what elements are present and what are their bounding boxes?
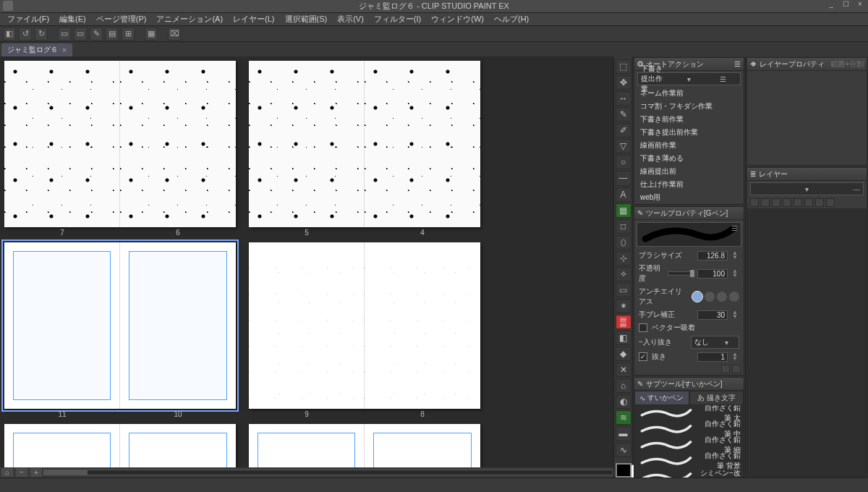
- layer-icon[interactable]: [761, 198, 770, 207]
- tool-strip-button[interactable]: ○: [616, 155, 631, 169]
- panel-icon[interactable]: [721, 365, 730, 373]
- brush-size-value[interactable]: 126.8: [697, 251, 728, 260]
- layer-icon[interactable]: [772, 198, 780, 207]
- layer-icon[interactable]: [783, 198, 791, 207]
- opacity-value[interactable]: 100: [697, 269, 728, 279]
- autoaction-set-dropdown[interactable]: 下書き提出作業 ▾ ☰: [637, 72, 741, 85]
- tool-strip-button[interactable]: —: [616, 171, 631, 185]
- home-icon[interactable]: ⌂: [1, 468, 13, 477]
- tool-strip-button[interactable]: ≋: [616, 410, 631, 425]
- zoom-scroll-bar[interactable]: ⌂ − ＋: [0, 467, 613, 478]
- menu-view[interactable]: 表示(V): [333, 13, 368, 25]
- toolbar-icon[interactable]: ◧: [3, 27, 16, 41]
- clip-dropdown[interactable]: なし ▾: [691, 336, 740, 349]
- tool-strip-button[interactable]: ⬯: [616, 235, 631, 250]
- spread[interactable]: 54: [249, 61, 480, 237]
- stepper-icon[interactable]: ▲▼: [732, 352, 739, 361]
- toolbar-icon[interactable]: ↻: [35, 27, 48, 41]
- toolbar-icon[interactable]: ⊞: [122, 27, 135, 41]
- toolbar-icon[interactable]: ↺: [19, 27, 32, 41]
- layer-list[interactable]: [747, 208, 867, 476]
- close-icon[interactable]: ×: [62, 46, 67, 54]
- stepper-icon[interactable]: ▲▼: [732, 251, 739, 260]
- zoom-out-button[interactable]: −: [16, 468, 27, 477]
- tool-strip-button[interactable]: ✕: [616, 362, 631, 377]
- stabilize-value[interactable]: 30: [697, 310, 728, 320]
- tool-strip-button[interactable]: ⊹: [616, 251, 631, 266]
- autoaction-item[interactable]: 下書き提出前作業: [634, 126, 744, 139]
- menu-edit[interactable]: 編集(E): [55, 13, 90, 25]
- menu-filter[interactable]: フィルター(I): [370, 13, 425, 25]
- menu-icon[interactable]: ☰: [731, 224, 738, 232]
- menu-selection[interactable]: 選択範囲(S): [281, 13, 332, 25]
- color-swatch[interactable]: [616, 463, 631, 478]
- tool-strip-button[interactable]: ⬚: [616, 59, 631, 74]
- nuki-value[interactable]: 1: [697, 352, 728, 362]
- tool-strip-button[interactable]: ▦: [616, 203, 631, 218]
- menu-help[interactable]: ヘルプ(H): [490, 13, 533, 25]
- zoom-in-button[interactable]: ＋: [30, 468, 42, 477]
- menu-layer[interactable]: レイヤー(L): [229, 13, 278, 25]
- tool-strip-button[interactable]: ▭: [616, 283, 631, 297]
- toolbar-icon[interactable]: ▭: [58, 27, 71, 41]
- tool-strip-button[interactable]: ▬: [616, 426, 631, 441]
- tool-strip-button[interactable]: ◆: [616, 347, 631, 361]
- page-thumbnail[interactable]: [4, 61, 120, 227]
- tool-strip-button[interactable]: ◧: [616, 331, 631, 345]
- antialias-selector[interactable]: [692, 292, 739, 302]
- autoaction-item[interactable]: 線画提出前: [634, 165, 744, 178]
- page-thumbnail[interactable]: [249, 424, 365, 467]
- stepper-icon[interactable]: ▲▼: [732, 310, 739, 319]
- toolbar-icon[interactable]: ▭: [74, 27, 87, 41]
- layer-icon[interactable]: [804, 198, 813, 207]
- spread[interactable]: [249, 424, 480, 467]
- page-thumbnail[interactable]: [365, 242, 480, 409]
- subtool-tab-inactive[interactable]: あ 描き文字: [689, 391, 744, 405]
- page-thumbnail[interactable]: [120, 424, 236, 467]
- layer-icon[interactable]: [750, 198, 759, 207]
- nuki-checkbox[interactable]: ✓: [639, 352, 647, 361]
- toolbar-icon[interactable]: ▤: [106, 27, 119, 41]
- menu-window[interactable]: ウィンドウ(W): [427, 13, 488, 25]
- spread[interactable]: [4, 424, 236, 467]
- menu-file[interactable]: ファイル(F): [3, 13, 54, 25]
- layer-icon[interactable]: [793, 198, 802, 207]
- panel-menu-icon[interactable]: ☰: [706, 75, 740, 83]
- tool-strip-button[interactable]: ∿: [616, 443, 631, 457]
- page-thumbnail[interactable]: [120, 242, 236, 409]
- tool-strip-button[interactable]: A: [616, 187, 631, 202]
- stepper-icon[interactable]: ▲▼: [732, 269, 739, 278]
- tool-strip-button[interactable]: ✎: [616, 107, 631, 122]
- autoaction-item[interactable]: ネーム作業前: [634, 87, 744, 100]
- layer-blend-dropdown[interactable]: ▾ —: [750, 182, 864, 195]
- tool-strip-button[interactable]: ▒: [616, 315, 631, 329]
- tool-strip-button[interactable]: ↔: [616, 91, 631, 106]
- autoaction-item[interactable]: コマ割・フキダシ作業: [634, 100, 744, 113]
- page-thumbnail[interactable]: [120, 61, 236, 227]
- tool-strip-button[interactable]: ✧: [616, 267, 631, 281]
- toolbar-icon[interactable]: ⌧: [168, 27, 181, 41]
- tool-strip-button[interactable]: ◐: [616, 394, 631, 409]
- spread[interactable]: 76: [4, 61, 236, 237]
- layer-icon[interactable]: [815, 198, 824, 207]
- autoaction-item[interactable]: 線画前作業: [634, 139, 744, 152]
- autoaction-item[interactable]: 下書き薄める: [634, 152, 744, 165]
- toolbar-icon[interactable]: ✎: [90, 27, 103, 41]
- tool-strip-button[interactable]: ✥: [616, 75, 631, 90]
- tool-strip-button[interactable]: □: [616, 219, 631, 234]
- menu-page[interactable]: ページ管理(P): [92, 13, 151, 25]
- layer-icon[interactable]: [826, 198, 835, 207]
- window-maximize-button[interactable]: ☐: [841, 0, 851, 8]
- tool-strip-button[interactable]: ✐: [616, 123, 631, 137]
- toolbar-icon[interactable]: ▦: [145, 27, 158, 41]
- page-thumbnail[interactable]: [249, 61, 365, 227]
- tool-strip-button[interactable]: ▽: [616, 139, 631, 153]
- menu-animation[interactable]: アニメーション(A): [152, 13, 227, 25]
- subtool-item[interactable]: 自作ざく鉛筆 背景: [634, 453, 744, 469]
- window-minimize-button[interactable]: _: [826, 0, 836, 8]
- document-tab[interactable]: ジャミ監ログ６ ×: [1, 43, 72, 56]
- page-thumbnail[interactable]: [4, 242, 120, 409]
- autoaction-item[interactable]: web用: [634, 191, 744, 204]
- page-thumbnail[interactable]: [249, 242, 365, 409]
- autoaction-item[interactable]: 下書き前作業: [634, 113, 744, 126]
